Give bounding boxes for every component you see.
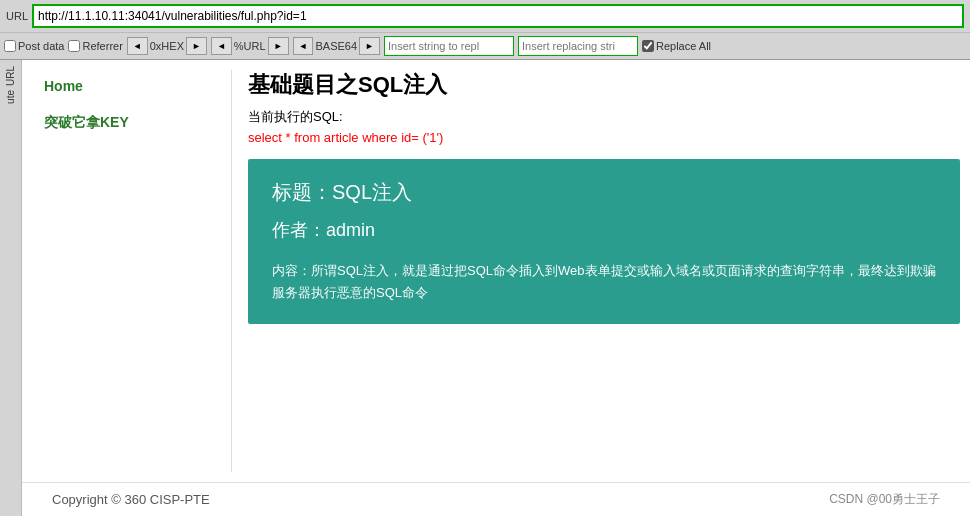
- url-encode-label: %URL: [234, 40, 266, 52]
- base64-arrow-right[interactable]: [359, 37, 380, 55]
- base64-label: BASE64: [315, 40, 357, 52]
- post-data-checkbox[interactable]: [4, 40, 16, 52]
- insert-replacing-input[interactable]: [518, 36, 638, 56]
- toolbar-row: Post data Referrer 0xHEX %URL BASE64: [0, 32, 970, 59]
- url-arrow-left[interactable]: [211, 37, 232, 55]
- url-encode-item: %URL: [211, 37, 289, 55]
- replace-all-checkbox[interactable]: [642, 40, 654, 52]
- sql-display: select * from article where id= ('1'): [248, 130, 960, 145]
- url-side-label-url: URL: [6, 10, 28, 22]
- page-main: 基础题目之SQL注入 当前执行的SQL: select * from artic…: [232, 70, 960, 472]
- side-label-ute: ute: [5, 90, 16, 104]
- replace-all-item[interactable]: Replace All: [642, 40, 711, 52]
- main-area: URL ute Home 突破它拿KEY 基础题目之SQL注入 当前执行的SQL…: [0, 60, 970, 516]
- hex-label: 0xHEX: [150, 40, 184, 52]
- url-arrow-right[interactable]: [268, 37, 289, 55]
- page-footer: Copyright © 360 CISP-PTE CSDN @00勇士王子: [22, 482, 970, 516]
- sidebar-link-home[interactable]: Home: [32, 70, 221, 102]
- url-input[interactable]: [32, 4, 964, 28]
- footer-credit: CSDN @00勇士王子: [829, 491, 940, 508]
- sidebar-link-key[interactable]: 突破它拿KEY: [32, 106, 221, 140]
- base64-item: BASE64: [293, 37, 380, 55]
- page-content: Home 突破它拿KEY 基础题目之SQL注入 当前执行的SQL: select…: [22, 60, 970, 516]
- side-label-url: URL: [5, 66, 16, 86]
- page-layout: Home 突破它拿KEY 基础题目之SQL注入 当前执行的SQL: select…: [22, 60, 970, 482]
- post-data-item[interactable]: Post data: [4, 40, 64, 52]
- insert-string-input[interactable]: [384, 36, 514, 56]
- browser-chrome: URL Post data Referrer 0xHEX %URL: [0, 0, 970, 60]
- url-bar-row: URL: [0, 0, 970, 32]
- current-sql-label: 当前执行的SQL:: [248, 108, 960, 126]
- base64-arrow-left[interactable]: [293, 37, 314, 55]
- teal-card: 标题：SQL注入 作者：admin 内容：所谓SQL注入，就是通过把SQL命令插…: [248, 159, 960, 324]
- referrer-label: Referrer: [82, 40, 122, 52]
- card-author: 作者：admin: [272, 218, 936, 242]
- referrer-item[interactable]: Referrer: [68, 40, 122, 52]
- hex-item: 0xHEX: [127, 37, 207, 55]
- post-data-label: Post data: [18, 40, 64, 52]
- card-content: 内容：所谓SQL注入，就是通过把SQL命令插入到Web表单提交或输入域名或页面请…: [272, 260, 936, 304]
- side-labels: URL ute: [0, 60, 22, 516]
- replace-all-label: Replace All: [656, 40, 711, 52]
- page-title: 基础题目之SQL注入: [248, 70, 960, 100]
- referrer-checkbox[interactable]: [68, 40, 80, 52]
- footer-copyright: Copyright © 360 CISP-PTE: [52, 492, 210, 507]
- hex-arrow-left[interactable]: [127, 37, 148, 55]
- page-sidebar: Home 突破它拿KEY: [32, 70, 232, 472]
- card-title: 标题：SQL注入: [272, 179, 936, 206]
- hex-arrow-right[interactable]: [186, 37, 207, 55]
